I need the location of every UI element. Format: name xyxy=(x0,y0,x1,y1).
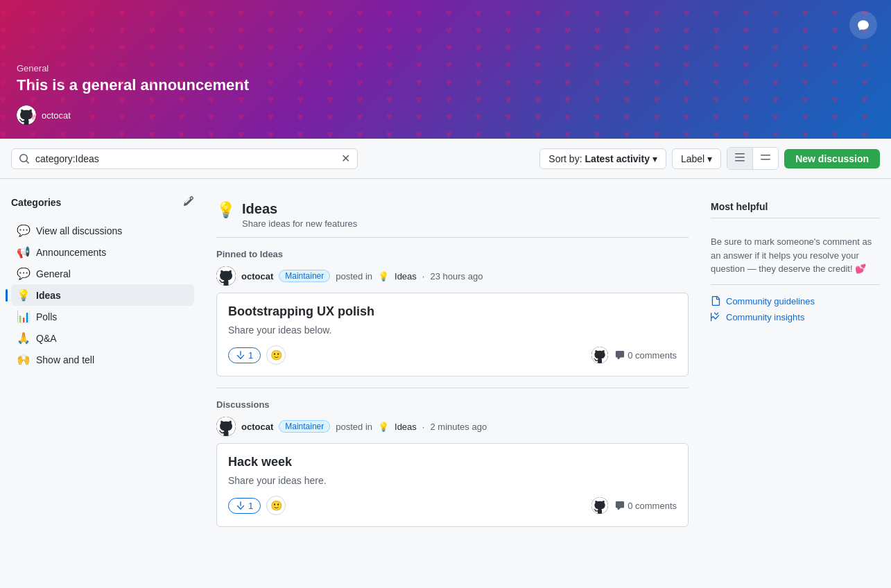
pinned-card-right: 0 comments xyxy=(591,347,677,363)
discussion-post-posted-in: posted in xyxy=(336,422,372,432)
discussion-card-title[interactable]: Hack week xyxy=(228,455,677,469)
community-insights-link[interactable]: Community insights xyxy=(711,309,880,325)
sidebar-item-general[interactable]: 💬 General xyxy=(11,263,194,284)
discussion-emoji-button[interactable]: 🙂 xyxy=(266,496,286,515)
pinned-comments-label: 0 comments xyxy=(628,350,677,361)
pinned-section-label: Pinned to Ideas xyxy=(216,249,689,259)
sidebar-icon-polls: 📊 xyxy=(17,310,31,323)
right-panel-links: Community guidelines Community insights xyxy=(711,293,880,325)
category-icon: 💡 xyxy=(216,201,235,219)
search-input[interactable] xyxy=(35,153,336,164)
label-btn-text: Label xyxy=(681,153,704,164)
toolbar: ✕ Sort by: Latest activity ▾ Label ▾ New… xyxy=(0,139,891,179)
pinned-post-category-icon: 💡 xyxy=(378,271,389,282)
sidebar-item-ideas[interactable]: 💡 Ideas xyxy=(11,284,194,306)
sidebar-icon-general: 💬 xyxy=(17,267,31,280)
sidebar-edit-icon[interactable] xyxy=(183,196,194,209)
hero-author-name: octocat xyxy=(42,110,71,121)
category-header: 💡 Ideas Share ideas for new features xyxy=(216,190,689,238)
discussion-comments-count: 0 comments xyxy=(615,501,677,511)
sidebar: Categories 💬 View all discussions 📢 Anno… xyxy=(11,190,205,538)
discussion-card-body: Share your ideas here. xyxy=(228,475,677,486)
sidebar-item-polls[interactable]: 📊 Polls xyxy=(11,306,194,327)
discussion-post-category-icon: 💡 xyxy=(378,422,389,432)
pinned-discussion-card: Bootstrapping UX polish Share your ideas… xyxy=(216,293,689,377)
discussion-upvote-count: 1 xyxy=(248,501,253,511)
sidebar-label-ideas: Ideas xyxy=(36,290,61,301)
hero-banner: (function() { var container = document.c… xyxy=(0,0,891,139)
discussion-post-time: 2 minutes ago xyxy=(430,422,487,432)
discussion-post-author[interactable]: octocat xyxy=(241,422,273,432)
sidebar-label-general: General xyxy=(36,268,71,279)
discussion-post-category[interactable]: Ideas xyxy=(395,422,417,432)
sidebar-item-announcements[interactable]: 📢 Announcements xyxy=(11,241,194,263)
pinned-upvote-count: 1 xyxy=(248,350,253,361)
toolbar-right: Sort by: Latest activity ▾ Label ▾ New d… xyxy=(539,147,880,170)
hero-category-label: General xyxy=(17,63,874,74)
pinned-post-author[interactable]: octocat xyxy=(241,271,273,282)
pinned-post-avatar xyxy=(216,266,236,286)
discussion-card: Hack week Share your ideas here. 1 🙂 xyxy=(216,443,689,527)
hero-chat-icon xyxy=(849,11,877,39)
discussion-post-meta: octocat Maintainer posted in 💡 Ideas · 2… xyxy=(216,417,689,436)
pinned-upvote-button[interactable]: 1 xyxy=(228,347,261,363)
pinned-post-meta: octocat Maintainer posted in 💡 Ideas · 2… xyxy=(216,266,689,286)
pinned-post-posted-in: posted in xyxy=(336,271,372,282)
sidebar-icon-announcements: 📢 xyxy=(17,245,31,259)
right-panel: Most helpful Be sure to mark someone's c… xyxy=(700,190,880,538)
right-panel-title: Most helpful xyxy=(711,190,880,218)
sidebar-label-polls: Polls xyxy=(36,311,57,322)
sidebar-label-show-and-tell: Show and tell xyxy=(36,354,94,365)
pinned-participant-avatar xyxy=(591,347,608,363)
sidebar-icon-show-and-tell: 🙌 xyxy=(17,353,31,366)
discussion-participant-avatar xyxy=(591,497,608,514)
pinned-comments-count: 0 comments xyxy=(615,350,677,361)
sidebar-item-qa[interactable]: 🙏 Q&A xyxy=(11,327,194,349)
sort-chevron-icon: ▾ xyxy=(652,153,657,164)
community-guidelines-link[interactable]: Community guidelines xyxy=(711,293,880,309)
sidebar-label-announcements: Announcements xyxy=(36,247,106,258)
community-insights-label: Community insights xyxy=(726,312,804,322)
section-divider xyxy=(216,388,689,388)
discussion-card-footer: 1 🙂 0 comments xyxy=(228,496,677,515)
sidebar-icon-ideas: 💡 xyxy=(17,288,31,302)
pinned-post-time: 23 hours ago xyxy=(430,271,483,282)
discussion-card-right: 0 comments xyxy=(591,497,677,514)
sidebar-icon-view-all: 💬 xyxy=(17,224,31,237)
sidebar-items-list: 💬 View all discussions 📢 Announcements 💬… xyxy=(11,220,194,370)
content-area: 💡 Ideas Share ideas for new features Pin… xyxy=(205,190,700,538)
view-toggle xyxy=(727,147,779,170)
pinned-post-category[interactable]: Ideas xyxy=(395,271,417,282)
pinned-card-footer: 1 🙂 0 comments xyxy=(228,345,677,365)
new-discussion-button[interactable]: New discussion xyxy=(784,149,880,168)
pinned-emoji-button[interactable]: 🙂 xyxy=(266,345,286,365)
sort-button[interactable]: Sort by: Latest activity ▾ xyxy=(539,148,666,169)
search-icon xyxy=(19,153,30,164)
sort-value: Latest activity xyxy=(585,153,650,164)
view-list-icon[interactable] xyxy=(727,148,753,169)
sidebar-label-view-all: View all discussions xyxy=(36,225,122,236)
community-guidelines-label: Community guidelines xyxy=(726,296,815,306)
view-compact-icon[interactable] xyxy=(753,148,778,169)
category-desc: Share ideas for new features xyxy=(242,218,357,229)
discussion-upvote-button[interactable]: 1 xyxy=(228,498,261,514)
pinned-post-badge: Maintainer xyxy=(279,270,330,282)
hero-author: octocat xyxy=(17,105,874,125)
sidebar-item-view-all[interactable]: 💬 View all discussions xyxy=(11,220,194,241)
hero-avatar xyxy=(17,105,36,125)
search-box: ✕ xyxy=(11,148,358,169)
sidebar-item-show-and-tell[interactable]: 🙌 Show and tell xyxy=(11,349,194,370)
sidebar-icon-qa: 🙏 xyxy=(17,331,31,345)
label-button[interactable]: Label ▾ xyxy=(672,148,721,169)
main-container: Categories 💬 View all discussions 📢 Anno… xyxy=(0,179,891,538)
category-title: Ideas xyxy=(242,201,357,217)
discussion-post-badge: Maintainer xyxy=(279,420,330,433)
discussion-post-avatar xyxy=(216,417,236,436)
sidebar-header: Categories xyxy=(11,190,194,214)
search-clear-icon[interactable]: ✕ xyxy=(341,153,350,164)
sidebar-label-qa: Q&A xyxy=(36,333,57,344)
label-chevron-icon: ▾ xyxy=(707,153,712,164)
discussions-section-label: Discussions xyxy=(216,399,689,410)
pinned-card-body: Share your ideas below. xyxy=(228,325,677,336)
pinned-card-title[interactable]: Bootstrapping UX polish xyxy=(228,304,677,319)
